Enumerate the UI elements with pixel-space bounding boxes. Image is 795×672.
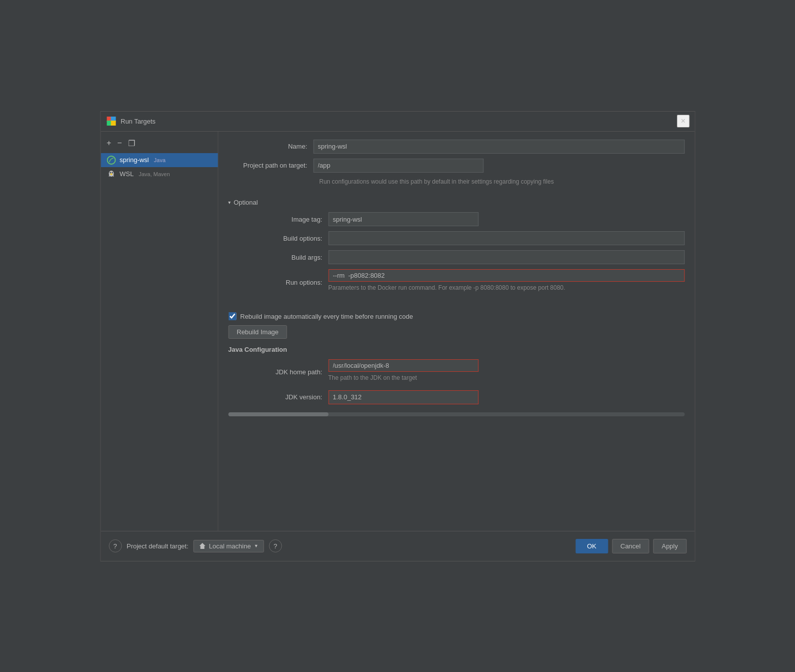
run-options-row: Run options: Parameters to the Docker ru… [243,269,684,295]
spring-icon [107,156,116,165]
default-target-label: Project default target: [127,542,189,550]
home-icon [199,542,206,549]
jdk-version-row: JDK version: [243,390,684,404]
jdk-home-container: The path to the JDK on the target [328,359,478,385]
dropdown-arrow: ▼ [254,543,258,548]
bottom-right: OK Cancel Apply [575,539,686,553]
sidebar-item-wsl-name: WSL [120,170,134,178]
sidebar-item-wsl[interactable]: WSL Java, Maven [101,167,218,181]
window-title: Run Targets [121,118,156,125]
jdk-home-input[interactable] [328,359,478,372]
java-config-content: JDK home path: The path to the JDK on th… [243,359,684,404]
project-path-label: Project path on target: [228,162,313,169]
rebuild-image-button[interactable]: Rebuild Image [228,325,287,339]
bottom-left: ? Project default target: Local machine … [109,539,282,552]
optional-section-header[interactable]: ▾ Optional [228,199,684,206]
optional-label: Optional [234,199,258,206]
project-path-hint: Run configurations would use this path b… [319,178,684,186]
sidebar-item-spring-wsl-sub: Java [154,157,166,163]
jdk-version-label: JDK version: [243,393,328,401]
sidebar-item-spring-wsl-name: spring-wsl [120,156,149,164]
run-options-hint: Parameters to the Docker run command. Fo… [328,284,684,292]
sidebar: + − ❐ spring-wsl Java [101,132,218,531]
optional-section-content: Image tag: Build options: Build args: Ru… [243,212,684,295]
local-machine-label: Local machine [209,542,251,550]
build-args-input[interactable] [328,250,684,264]
h-scrollbar-thumb [228,412,328,416]
optional-chevron: ▾ [228,200,231,205]
main-panel: Name: Project path on target: Run config… [218,132,694,531]
build-options-input[interactable] [328,231,684,245]
image-tag-label: Image tag: [243,216,328,223]
name-input[interactable] [313,140,684,154]
project-path-input[interactable] [313,159,483,173]
project-path-row: Project path on target: [228,159,684,173]
image-tag-row: Image tag: [243,212,684,226]
sidebar-toolbar: + − ❐ [101,136,218,153]
rebuild-checkbox-label: Rebuild image automatically every time b… [240,313,413,320]
h-scrollbar-area [228,412,684,416]
copy-target-button[interactable]: ❐ [126,138,137,149]
apply-button[interactable]: Apply [653,539,686,553]
title-bar-left: Run Targets [106,116,156,127]
run-options-label: Run options: [243,279,328,286]
java-config-title: Java Configuration [228,346,684,353]
close-button[interactable]: × [677,115,689,128]
svg-point-6 [110,172,111,173]
sidebar-item-wsl-sub: Java, Maven [139,171,170,177]
ok-button[interactable]: OK [575,539,608,553]
svg-marker-9 [200,543,206,549]
remove-target-button[interactable]: − [115,138,124,149]
svg-point-7 [112,172,113,173]
tux-icon [107,170,116,179]
run-targets-dialog: Run Targets × + − ❐ spring-wsl Java [100,111,695,561]
bottom-bar: ? Project default target: Local machine … [101,531,694,561]
jdk-home-row: JDK home path: The path to the JDK on th… [243,359,684,385]
cancel-button[interactable]: Cancel [612,539,649,553]
image-tag-input[interactable] [328,212,478,226]
name-row: Name: [228,140,684,154]
run-options-input[interactable] [328,269,684,282]
svg-point-4 [107,156,115,164]
jdk-home-hint: The path to the JDK on the target [328,374,478,382]
rebuild-checkbox[interactable] [228,312,236,320]
add-target-button[interactable]: + [105,138,113,149]
jdk-version-input[interactable] [328,390,478,404]
build-options-row: Build options: [243,231,684,245]
build-options-label: Build options: [243,235,328,242]
build-args-row: Build args: [243,250,684,264]
run-options-container: Parameters to the Docker run command. Fo… [328,269,684,295]
jdk-home-label: JDK home path: [243,368,328,376]
content-area: + − ❐ spring-wsl Java [101,132,694,531]
svg-point-8 [110,173,112,175]
help-icon-button[interactable]: ? [269,539,282,552]
build-args-label: Build args: [243,254,328,261]
horizontal-scrollbar[interactable] [228,412,684,416]
title-bar: Run Targets × [101,112,694,132]
local-machine-dropdown[interactable]: Local machine ▼ [194,540,264,552]
name-label: Name: [228,143,313,150]
app-icon [106,116,117,127]
rebuild-checkbox-row: Rebuild image automatically every time b… [228,312,684,320]
svg-rect-3 [111,121,116,126]
sidebar-item-spring-wsl[interactable]: spring-wsl Java [101,153,218,167]
help-button-bottom[interactable]: ? [109,539,122,552]
